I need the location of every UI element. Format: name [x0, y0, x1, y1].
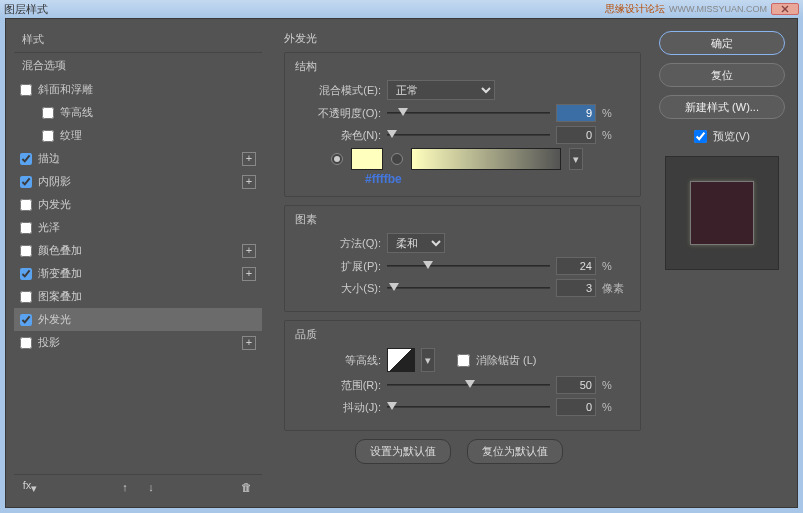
sidebar-item-label: 描边 [38, 151, 242, 166]
set-default-button[interactable]: 设置为默认值 [355, 439, 451, 464]
opacity-value[interactable]: 9 [556, 104, 596, 122]
size-slider[interactable] [387, 280, 550, 296]
sidebar-item-label: 纹理 [60, 128, 256, 143]
sidebar-item-label: 外发光 [38, 312, 256, 327]
trash-icon[interactable]: 🗑 [236, 481, 256, 493]
opacity-slider[interactable] [387, 105, 550, 121]
sidebar-item-checkbox[interactable] [20, 291, 32, 303]
sidebar-item-4[interactable]: 内阴影+ [14, 170, 262, 193]
ok-button[interactable]: 确定 [659, 31, 785, 55]
sidebar-item-11[interactable]: 投影+ [14, 331, 262, 354]
quality-header: 品质 [295, 327, 630, 342]
sidebar-item-1[interactable]: 等高线 [14, 101, 262, 124]
fx-menu[interactable]: fx▾ [20, 479, 40, 495]
outer-glow-panel: 外发光 结构 混合模式(E): 正常 不透明度(O): 9 % 杂色(N): 0… [270, 27, 647, 499]
color-swatch[interactable] [351, 148, 383, 170]
plus-icon[interactable]: + [242, 244, 256, 258]
opacity-unit: % [602, 107, 630, 119]
sidebar-item-checkbox[interactable] [42, 130, 54, 142]
sidebar-item-checkbox[interactable] [20, 314, 32, 326]
sidebar-item-6[interactable]: 光泽 [14, 216, 262, 239]
titlebar: 图层样式 思缘设计论坛 WWW.MISSYUAN.COM [0, 0, 803, 18]
sidebar-item-label: 斜面和浮雕 [38, 82, 256, 97]
structure-header: 结构 [295, 59, 630, 74]
antialias-checkbox[interactable] [457, 354, 470, 367]
reset-default-button[interactable]: 复位为默认值 [467, 439, 563, 464]
plus-icon[interactable]: + [242, 267, 256, 281]
spread-slider[interactable] [387, 258, 550, 274]
spread-unit: % [602, 260, 630, 272]
range-value[interactable]: 50 [556, 376, 596, 394]
gradient-radio[interactable] [391, 153, 403, 165]
contour-picker[interactable] [387, 348, 415, 372]
sidebar-item-checkbox[interactable] [20, 176, 32, 188]
jitter-slider[interactable] [387, 399, 550, 415]
noise-slider[interactable] [387, 127, 550, 143]
blend-mode-label: 混合模式(E): [295, 83, 381, 98]
sidebar-item-label: 图案叠加 [38, 289, 256, 304]
sidebar-item-label: 渐变叠加 [38, 266, 242, 281]
sidebar-item-7[interactable]: 颜色叠加+ [14, 239, 262, 262]
sidebar-item-checkbox[interactable] [20, 153, 32, 165]
noise-unit: % [602, 129, 630, 141]
technique-select[interactable]: 柔和 [387, 233, 445, 253]
blend-options-header[interactable]: 混合选项 [14, 52, 262, 78]
sidebar-item-checkbox[interactable] [20, 199, 32, 211]
sidebar-item-checkbox[interactable] [20, 245, 32, 257]
sidebar-item-checkbox[interactable] [20, 337, 32, 349]
contour-chevron-icon[interactable]: ▾ [421, 348, 435, 372]
plus-icon[interactable]: + [242, 336, 256, 350]
styles-sidebar: 样式 混合选项 斜面和浮雕等高线纹理描边+内阴影+内发光光泽颜色叠加+渐变叠加+… [14, 27, 262, 499]
sidebar-item-checkbox[interactable] [42, 107, 54, 119]
noise-value[interactable]: 0 [556, 126, 596, 144]
sidebar-item-5[interactable]: 内发光 [14, 193, 262, 216]
sidebar-item-label: 内阴影 [38, 174, 242, 189]
color-radio[interactable] [331, 153, 343, 165]
quality-group: 品质 等高线: ▾ 消除锯齿 (L) 范围(R): 50 % 抖动(J): 0 … [284, 320, 641, 431]
arrow-down-icon[interactable]: ↓ [141, 481, 161, 493]
sidebar-item-8[interactable]: 渐变叠加+ [14, 262, 262, 285]
sidebar-item-checkbox[interactable] [20, 222, 32, 234]
preview-box [665, 156, 779, 270]
gradient-chevron-icon[interactable]: ▾ [569, 148, 583, 170]
range-slider[interactable] [387, 377, 550, 393]
spread-value[interactable]: 24 [556, 257, 596, 275]
sidebar-item-checkbox[interactable] [20, 84, 32, 96]
layer-style-dialog: 样式 混合选项 斜面和浮雕等高线纹理描边+内阴影+内发光光泽颜色叠加+渐变叠加+… [5, 18, 798, 508]
spread-label: 扩展(P): [295, 259, 381, 274]
range-label: 范围(R): [295, 378, 381, 393]
sidebar-item-9[interactable]: 图案叠加 [14, 285, 262, 308]
cancel-button[interactable]: 复位 [659, 63, 785, 87]
sidebar-item-10[interactable]: 外发光 [14, 308, 262, 331]
opacity-label: 不透明度(O): [295, 106, 381, 121]
preview-checkbox[interactable] [694, 130, 707, 143]
arrow-up-icon[interactable]: ↑ [115, 481, 135, 493]
sidebar-item-label: 光泽 [38, 220, 256, 235]
sidebar-footer: fx▾ ↑ ↓ 🗑 [14, 474, 262, 499]
technique-label: 方法(Q): [295, 236, 381, 251]
antialias-label: 消除锯齿 (L) [476, 353, 537, 368]
right-column: 确定 复位 新建样式 (W)... 预览(V) [657, 31, 787, 270]
new-style-button[interactable]: 新建样式 (W)... [659, 95, 785, 119]
size-unit: 像素 [602, 281, 630, 296]
elements-header: 图素 [295, 212, 630, 227]
gradient-swatch[interactable] [411, 148, 561, 170]
preview-label: 预览(V) [713, 129, 750, 144]
elements-group: 图素 方法(Q): 柔和 扩展(P): 24 % 大小(S): 3 像素 [284, 205, 641, 312]
plus-icon[interactable]: + [242, 152, 256, 166]
sidebar-item-0[interactable]: 斜面和浮雕 [14, 78, 262, 101]
sidebar-item-2[interactable]: 纹理 [14, 124, 262, 147]
window-title: 图层样式 [4, 2, 48, 17]
size-value[interactable]: 3 [556, 279, 596, 297]
sidebar-item-3[interactable]: 描边+ [14, 147, 262, 170]
plus-icon[interactable]: + [242, 175, 256, 189]
size-label: 大小(S): [295, 281, 381, 296]
contour-label: 等高线: [295, 353, 381, 368]
close-icon[interactable] [771, 3, 799, 15]
sidebar-item-checkbox[interactable] [20, 268, 32, 280]
blend-mode-select[interactable]: 正常 [387, 80, 495, 100]
jitter-label: 抖动(J): [295, 400, 381, 415]
jitter-value[interactable]: 0 [556, 398, 596, 416]
structure-group: 结构 混合模式(E): 正常 不透明度(O): 9 % 杂色(N): 0 % [284, 52, 641, 197]
hex-annotation: #ffffbe [365, 172, 630, 186]
